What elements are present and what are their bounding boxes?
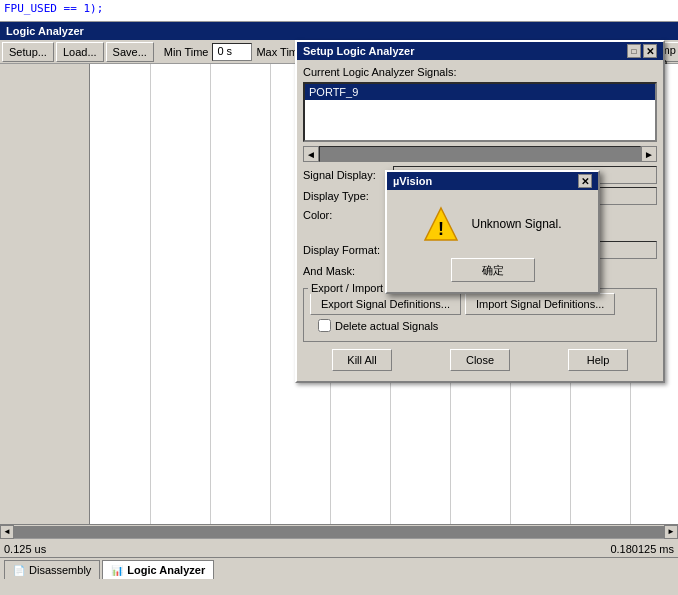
- help-button[interactable]: Help: [568, 349, 628, 371]
- bottom-tabs: 📄 Disassembly 📊 Logic Analyzer: [0, 557, 678, 579]
- tab-disassembly[interactable]: 📄 Disassembly: [4, 560, 100, 579]
- warning-icon: !: [423, 206, 459, 242]
- setup-modal-titlebar: Setup Logic Analyzer □ ✕: [297, 42, 663, 60]
- code-area: FPU_USED == 1);: [0, 0, 678, 22]
- tab-disassembly-label: Disassembly: [29, 564, 91, 576]
- uvision-title: µVision: [393, 175, 432, 187]
- close-button[interactable]: Close: [450, 349, 510, 371]
- uvision-titlebar: µVision ✕: [387, 172, 598, 190]
- status-right: 0.180125 ms: [610, 543, 674, 555]
- status-left: 0.125 us: [4, 543, 46, 555]
- uvision-body: ! Unknown Signal. 确定: [387, 190, 598, 292]
- logic-analyzer-window: Logic Analyzer Setup... Load... Save... …: [0, 22, 678, 557]
- uvision-dialog: µVision ✕ ! Unknown Signal. 确定: [385, 170, 600, 294]
- la-title: Logic Analyzer: [6, 25, 84, 37]
- logic-analyzer-tab-icon: 📊: [111, 565, 123, 576]
- signals-label: Current Logic Analyzer Signals:: [303, 66, 657, 78]
- scroll-track[interactable]: [319, 146, 641, 162]
- disassembly-icon: 📄: [13, 565, 25, 576]
- setup-close-button[interactable]: ✕: [643, 44, 657, 58]
- warning-triangle-svg: !: [423, 206, 459, 242]
- hscroll-right-button[interactable]: ►: [664, 525, 678, 539]
- signals-listbox[interactable]: PORTF_9: [303, 82, 657, 142]
- import-signal-definitions-button[interactable]: Import Signal Definitions...: [465, 293, 615, 315]
- delete-signals-checkbox[interactable]: [318, 319, 331, 332]
- display-format-label: Display Format:: [303, 244, 393, 256]
- kill-all-button[interactable]: Kill All: [332, 349, 392, 371]
- modal-scroll-area: ◄ ►: [303, 146, 657, 162]
- grid-line: [150, 64, 151, 524]
- uvision-ok-button[interactable]: 确定: [451, 258, 535, 282]
- save-button[interactable]: Save...: [106, 42, 154, 62]
- load-button[interactable]: Load...: [56, 42, 104, 62]
- color-label: Color:: [303, 209, 393, 221]
- display-type-label: Display Type:: [303, 190, 393, 202]
- min-time-label: Min Time: [164, 46, 209, 58]
- tab-logic-analyzer-label: Logic Analyzer: [127, 564, 205, 576]
- setup-maximize-button[interactable]: □: [627, 44, 641, 58]
- hscroll-left-button[interactable]: ◄: [0, 525, 14, 539]
- export-signal-definitions-button[interactable]: Export Signal Definitions...: [310, 293, 461, 315]
- signal-item-portf9[interactable]: PORTF_9: [305, 84, 655, 100]
- and-mask-label: And Mask:: [303, 265, 393, 277]
- tab-logic-analyzer[interactable]: 📊 Logic Analyzer: [102, 560, 214, 579]
- scroll-right-btn[interactable]: ►: [641, 146, 657, 162]
- la-statusbar: 0.125 us 0.180125 ms: [0, 538, 678, 558]
- signal-panel: [0, 64, 90, 524]
- signal-display-label: Signal Display:: [303, 169, 393, 181]
- la-hscroll: ◄ ►: [0, 524, 678, 538]
- delete-signals-row: Delete actual Signals: [318, 319, 650, 332]
- svg-text:!: !: [438, 219, 444, 239]
- grid-line: [210, 64, 211, 524]
- hscroll-track[interactable]: [14, 526, 664, 538]
- uvision-message: Unknown Signal.: [471, 217, 561, 231]
- grid-line: [270, 64, 271, 524]
- la-titlebar: Logic Analyzer: [0, 22, 678, 40]
- export-import-btn-row: Export Signal Definitions... Import Sign…: [310, 293, 650, 315]
- code-text: FPU_USED == 1);: [4, 2, 103, 15]
- min-time-value: 0 s: [212, 43, 252, 61]
- export-import-legend: Export / Import: [308, 282, 386, 294]
- export-import-section: Export / Import Export Signal Definition…: [303, 288, 657, 342]
- setup-modal-bottom-buttons: Kill All Close Help: [303, 345, 657, 375]
- scroll-left-btn[interactable]: ◄: [303, 146, 319, 162]
- setup-button[interactable]: Setup...: [2, 42, 54, 62]
- uvision-message-row: ! Unknown Signal.: [423, 206, 561, 242]
- delete-signals-label: Delete actual Signals: [335, 320, 438, 332]
- setup-modal-title: Setup Logic Analyzer: [303, 45, 414, 57]
- uvision-close-button[interactable]: ✕: [578, 174, 592, 188]
